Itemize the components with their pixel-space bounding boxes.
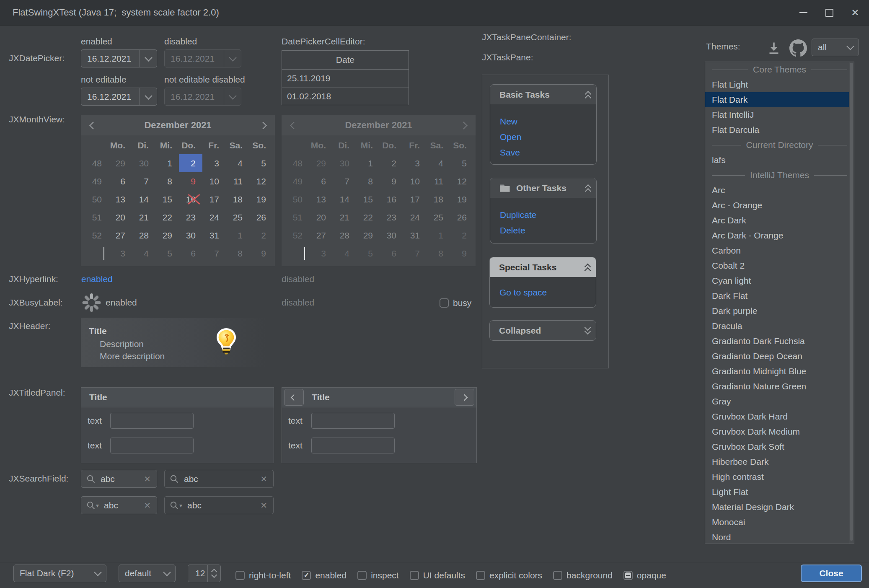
- day-cell[interactable]: 30: [179, 226, 202, 244]
- day-cell[interactable]: 22: [155, 208, 179, 226]
- taskpane-header[interactable]: Other Tasks: [490, 178, 596, 198]
- day-cell[interactable]: 6: [179, 244, 202, 262]
- checkbox-enabled[interactable]: ✓enabled: [302, 570, 347, 580]
- themes-filter-combo[interactable]: all: [812, 39, 859, 56]
- day-cell[interactable]: 29: [155, 226, 179, 244]
- day-cell[interactable]: 14: [132, 190, 155, 208]
- clear-icon[interactable]: ✕: [144, 500, 151, 510]
- theme-item[interactable]: Arc - Orange: [705, 198, 854, 213]
- next-month-button[interactable]: [251, 115, 275, 135]
- search-input[interactable]: [103, 500, 144, 511]
- search-input[interactable]: [183, 474, 260, 484]
- day-cell[interactable]: 7: [202, 244, 226, 262]
- taskpane-link[interactable]: Duplicate: [500, 207, 596, 223]
- table-cell[interactable]: 01.02.2018: [282, 87, 409, 105]
- chevron-double-up-icon[interactable]: [585, 264, 590, 271]
- chevron-double-up-icon[interactable]: [586, 91, 590, 98]
- theme-item[interactable]: Gruvbox Dark Soft: [705, 439, 854, 454]
- theme-item[interactable]: Gruvbox Dark Hard: [705, 409, 854, 424]
- day-cell[interactable]: 7: [132, 172, 155, 190]
- taskpane-header[interactable]: Basic Tasks: [490, 85, 596, 104]
- day-cell[interactable]: 23: [179, 208, 202, 226]
- theme-item[interactable]: Flat Light: [705, 77, 854, 92]
- theme-item[interactable]: Flat Darcula: [705, 122, 854, 137]
- themes-list[interactable]: Core ThemesFlat LightFlat DarkFlat Intel…: [705, 62, 854, 544]
- theme-item[interactable]: Gray: [705, 394, 854, 409]
- theme-item[interactable]: Nord: [705, 530, 854, 544]
- day-cell[interactable]: 4: [226, 154, 249, 172]
- day-cell[interactable]: 5: [249, 154, 273, 172]
- day-cell[interactable]: 8: [226, 244, 249, 262]
- checkbox-ui-defaults[interactable]: UI defaults: [410, 570, 465, 580]
- theme-item[interactable]: Cyan light: [705, 273, 854, 288]
- search-field-3[interactable]: ▾ ✕: [81, 496, 157, 514]
- day-cell[interactable]: 30: [132, 154, 155, 172]
- day-cell[interactable]: 20: [109, 208, 132, 226]
- search-field-1[interactable]: ✕: [81, 470, 157, 488]
- theme-item[interactable]: Gradianto Dark Fuchsia: [705, 334, 854, 349]
- taskpane-link[interactable]: New: [500, 114, 596, 129]
- day-cell[interactable]: 12: [249, 172, 273, 190]
- magnifier-dropdown-icon[interactable]: ▾: [86, 501, 99, 510]
- theme-item[interactable]: lafs: [705, 153, 854, 168]
- taskpane-link[interactable]: Delete: [500, 223, 596, 238]
- day-cell[interactable]: 1: [226, 226, 249, 244]
- clear-icon[interactable]: ✕: [144, 474, 151, 484]
- search-field-2[interactable]: ✕: [164, 470, 274, 488]
- scrollbar-track[interactable]: [849, 62, 854, 544]
- datepicker-dropdown-button[interactable]: [140, 88, 157, 105]
- chevron-double-down-icon[interactable]: [585, 327, 590, 334]
- github-button[interactable]: [789, 39, 807, 57]
- maximize-button[interactable]: [816, 0, 842, 25]
- taskpane-link[interactable]: Go to space: [499, 285, 596, 300]
- close-button[interactable]: Close: [801, 565, 862, 582]
- day-cell[interactable]: 1: [155, 154, 179, 172]
- theme-item[interactable]: Hiberbee Dark: [705, 454, 854, 469]
- datepicker-not-editable[interactable]: 16.12.2021: [81, 88, 157, 106]
- checkbox-opaque[interactable]: opaque: [623, 570, 666, 580]
- day-cell[interactable]: 19: [249, 190, 273, 208]
- day-cell[interactable]: 6: [109, 172, 132, 190]
- checkbox-busy[interactable]: busy: [440, 298, 471, 308]
- text-input[interactable]: [311, 413, 395, 429]
- day-cell[interactable]: 16: [179, 190, 202, 208]
- panel-right-button[interactable]: [455, 389, 474, 406]
- laf-combo[interactable]: Flat Dark (F2): [13, 565, 106, 582]
- chevron-double-up-icon[interactable]: [586, 184, 590, 192]
- day-cell[interactable]: 27: [109, 226, 132, 244]
- day-cell[interactable]: 2: [179, 154, 202, 172]
- day-cell[interactable]: 2: [249, 226, 273, 244]
- checkbox-inspect[interactable]: inspect: [357, 570, 399, 580]
- datepicker-enabled[interactable]: 16.12.2021: [81, 49, 157, 67]
- theme-item[interactable]: Monocai: [705, 515, 854, 530]
- clear-icon[interactable]: ✕: [260, 474, 267, 484]
- search-input[interactable]: [100, 474, 144, 484]
- spinner-buttons[interactable]: [207, 565, 220, 582]
- panel-left-button[interactable]: [284, 389, 304, 406]
- text-input[interactable]: [311, 438, 395, 453]
- download-themes-button[interactable]: [766, 41, 781, 56]
- day-cell[interactable]: 11: [226, 172, 249, 190]
- theme-item[interactable]: Light Flat: [705, 484, 854, 500]
- clear-icon[interactable]: ✕: [260, 500, 267, 510]
- theme-item[interactable]: Carbon: [705, 243, 854, 258]
- hyperlink-enabled[interactable]: enabled: [81, 274, 113, 284]
- minimize-button[interactable]: [790, 0, 816, 25]
- day-cell[interactable]: 5: [155, 244, 179, 262]
- day-cell[interactable]: 21: [132, 208, 155, 226]
- day-cell[interactable]: 10: [202, 172, 226, 190]
- previous-month-button[interactable]: [81, 115, 105, 135]
- theme-item[interactable]: Flat IntelliJ: [705, 107, 854, 122]
- theme-item[interactable]: Cobalt 2: [705, 258, 854, 273]
- text-input[interactable]: [110, 413, 194, 429]
- day-cell[interactable]: 28: [132, 226, 155, 244]
- scrollbar-thumb[interactable]: [850, 63, 853, 541]
- day-cell[interactable]: 9: [249, 244, 273, 262]
- taskpane-header[interactable]: Special Tasks: [490, 257, 596, 277]
- monthview-enabled[interactable]: Dezember 2021 Mo.Di.Mi.Do.Fr.Sa.So.48293…: [81, 115, 275, 266]
- day-cell[interactable]: 17: [202, 190, 226, 208]
- day-cell[interactable]: 4: [132, 244, 155, 262]
- theme-item[interactable]: Material Design Dark: [705, 500, 854, 515]
- theme-item[interactable]: Dracula: [705, 319, 854, 334]
- close-window-button[interactable]: ✕: [842, 0, 868, 25]
